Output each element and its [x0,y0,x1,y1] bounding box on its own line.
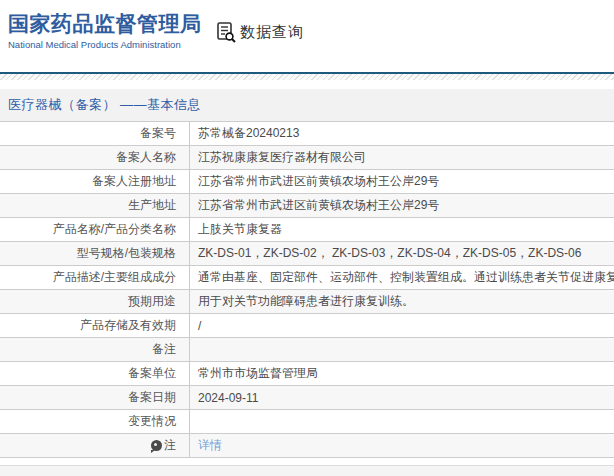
table-row: 备案号苏常械备20240213 [0,122,614,146]
field-label-text: 备案人名称 [116,149,176,166]
org-name-en: National Medical Products Administration [8,39,202,50]
field-label: 产品名称/产品分类名称 [0,218,190,241]
footer-band [0,465,614,476]
field-label: 备案人名称 [0,146,190,169]
page-header: 国家药品监督管理局 National Medical Products Admi… [0,0,614,72]
field-value: 上肢关节康复器 [190,218,614,241]
table-row: 产品描述/主要组成成分通常由基座、固定部件、运动部件、控制装置组成。通过训练患者… [0,266,614,290]
table-row: 型号规格/包装规格ZK-DS-01，ZK-DS-02， ZK-DS-03，ZK-… [0,242,614,266]
table-row: 产品存储及有效期/ [0,314,614,338]
details-link[interactable]: 详情 [198,437,222,454]
field-value-text: 常州市市场监督管理局 [198,365,318,382]
field-label-text: 型号规格/包装规格 [77,245,176,262]
table-row: 备案日期2024-09-11 [0,386,614,410]
field-value-text: 通常由基座、固定部件、运动部件、控制装置组成。通过训练患者关节促进康复。无源产品… [198,269,614,286]
field-value: 通常由基座、固定部件、运动部件、控制装置组成。通过训练患者关节促进康复。无源产品… [190,266,614,289]
field-label: 型号规格/包装规格 [0,242,190,265]
field-value-text: 江苏祝康康复医疗器材有限公司 [198,149,366,166]
field-label: 备案人注册地址 [0,170,190,193]
field-label-text: 产品存储及有效期 [80,317,176,334]
nmpa-logo: 国家药品监督管理局 National Medical Products Admi… [8,11,202,50]
field-label: 备案单位 [0,362,190,385]
field-label: 备案日期 [0,386,190,409]
field-label-text: 变更情况 [128,413,176,430]
field-value-text: 苏常械备20240213 [198,125,299,142]
field-label: 预期用途 [0,290,190,313]
note-bubble-icon [151,440,162,451]
section-title: 医疗器械（备案） ——基本信息 [8,96,201,114]
table-row: 生产地址江苏省常州市武进区前黄镇农场村王公岸29号 [0,194,614,218]
data-query-title: 数据查询 [240,23,304,42]
field-label-text: 备案单位 [128,365,176,382]
field-value: 详情 [190,434,614,457]
table-row: 产品名称/产品分类名称上肢关节康复器 [0,218,614,242]
field-label: 备注 [0,338,190,361]
data-query-nav[interactable]: 数据查询 [216,21,304,43]
table-row: 预期用途用于对关节功能障碍患者进行康复训练。 [0,290,614,314]
field-label: 变更情况 [0,410,190,433]
table-row: 备案单位常州市市场监督管理局 [0,362,614,386]
section-title-bar: 医疗器械（备案） ——基本信息 [0,89,614,121]
field-label: 产品存储及有效期 [0,314,190,337]
field-value-text: 上肢关节康复器 [198,221,282,238]
field-label-text: 备案人注册地址 [92,173,176,190]
field-value: 江苏省常州市武进区前黄镇农场村王公岸29号 [190,170,614,193]
field-value-text: / [198,319,201,333]
table-row: 变更情况 [0,410,614,434]
field-value [190,338,614,361]
field-value-text: 2024-09-11 [198,391,259,405]
table-row: 备注 [0,338,614,362]
field-value: / [190,314,614,337]
org-name-cn: 国家药品监督管理局 [8,11,202,37]
field-label-text: 生产地址 [128,197,176,214]
field-value: 用于对关节功能障碍患者进行康复训练。 [190,290,614,313]
field-value-text: 江苏省常州市武进区前黄镇农场村王公岸29号 [198,197,439,214]
field-label-text: 备注 [152,341,176,358]
field-value: ZK-DS-01，ZK-DS-02， ZK-DS-03，ZK-DS-04，ZK-… [190,242,614,265]
field-value-text: 江苏省常州市武进区前黄镇农场村王公岸29号 [198,173,439,190]
spacer [0,80,614,89]
field-label-text: 注 [164,437,176,454]
field-value: 江苏祝康康复医疗器材有限公司 [190,146,614,169]
field-value: 2024-09-11 [190,386,614,409]
field-value: 常州市市场监督管理局 [190,362,614,385]
field-label-text: 产品描述/主要组成成分 [53,269,176,286]
field-value-text: 用于对关节功能障碍患者进行康复训练。 [198,293,414,310]
field-label: 备案号 [0,122,190,145]
table-row: 注详情 [0,434,614,458]
field-label-text: 预期用途 [128,293,176,310]
field-label-text: 产品名称/产品分类名称 [53,221,176,238]
document-search-icon [216,21,237,43]
field-label: 生产地址 [0,194,190,217]
field-label: 注 [0,434,190,457]
field-value: 苏常械备20240213 [190,122,614,145]
table-row: 备案人名称江苏祝康康复医疗器材有限公司 [0,146,614,170]
field-label-text: 备案日期 [128,389,176,406]
field-value [190,410,614,433]
field-value-text: ZK-DS-01，ZK-DS-02， ZK-DS-03，ZK-DS-04，ZK-… [198,245,581,262]
field-value: 江苏省常州市武进区前黄镇农场村王公岸29号 [190,194,614,217]
device-record-table: 备案号苏常械备20240213备案人名称江苏祝康康复医疗器材有限公司备案人注册地… [0,121,614,458]
field-label: 产品描述/主要组成成分 [0,266,190,289]
table-row: 备案人注册地址江苏省常州市武进区前黄镇农场村王公岸29号 [0,170,614,194]
spacer [0,458,614,465]
field-label-text: 备案号 [140,125,176,142]
